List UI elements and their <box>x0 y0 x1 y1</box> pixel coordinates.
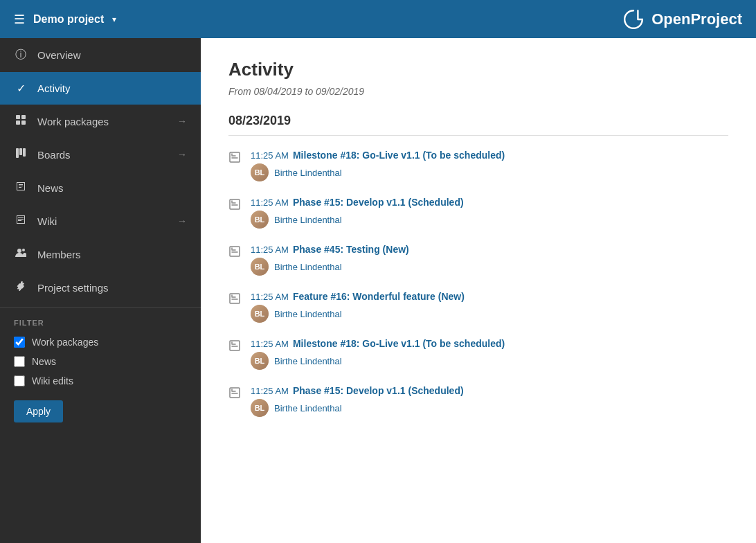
sidebar-item-wiki[interactable]: Wiki → <box>0 204 201 238</box>
activity-type-icon <box>228 292 241 308</box>
activity-line: 11:25 AM Phase #45: Testing (New) <box>251 244 728 255</box>
activity-item: 11:25 AM Milestone #18: Go-Live v1.1 (To… <box>228 150 728 181</box>
svg-rect-2 <box>16 121 20 125</box>
activity-title[interactable]: Feature #16: Wonderful feature (New) <box>293 291 465 302</box>
user-name: Birthe Lindenthal <box>274 215 342 225</box>
apply-button[interactable]: Apply <box>14 400 63 422</box>
sidebar-item-work-packages[interactable]: Work packages → <box>0 105 201 138</box>
filter-news[interactable]: News <box>14 356 187 367</box>
activity-type-icon <box>228 198 241 214</box>
sidebar-label-activity: Activity <box>37 82 187 94</box>
avatar: BL <box>251 305 269 323</box>
avatar-image: BL <box>251 399 269 417</box>
activity-line: 11:25 AM Phase #15: Develop v1.1 (Schedu… <box>251 197 728 208</box>
top-header: ☰ Demo project ▾ OpenProject <box>0 0 756 38</box>
filter-wiki-edits-checkbox[interactable] <box>14 375 25 386</box>
sidebar-item-overview[interactable]: ⓘ Overview <box>0 38 201 72</box>
svg-rect-4 <box>16 148 19 158</box>
activity-item: 11:25 AM Phase #45: Testing (New) BL Bir… <box>228 244 728 276</box>
work-packages-icon <box>14 114 28 128</box>
activity-title[interactable]: Phase #45: Testing (New) <box>293 244 409 255</box>
activity-title[interactable]: Phase #15: Develop v1.1 (Scheduled) <box>293 197 464 208</box>
activities-list: 11:25 AM Milestone #18: Go-Live v1.1 (To… <box>228 150 728 417</box>
activity-title[interactable]: Phase #15: Develop v1.1 (Scheduled) <box>293 385 464 396</box>
activity-user-row: BL Birthe Lindenthal <box>251 305 728 323</box>
sidebar-item-news[interactable]: News <box>0 171 201 204</box>
sidebar-item-boards[interactable]: Boards → <box>0 138 201 171</box>
user-name: Birthe Lindenthal <box>274 309 342 319</box>
activity-type-icon <box>228 386 241 402</box>
svg-rect-14 <box>230 388 240 398</box>
main-area: ⓘ Overview ✓ Activity Work packages → Bo… <box>0 38 756 543</box>
sidebar-label-project-settings: Project settings <box>37 282 187 294</box>
activity-line: 11:25 AM Milestone #18: Go-Live v1.1 (To… <box>251 338 728 349</box>
filter-work-packages[interactable]: Work packages <box>14 337 187 348</box>
activity-item: 11:25 AM Feature #16: Wonderful feature … <box>228 291 728 323</box>
sidebar-item-members[interactable]: Members <box>0 238 201 271</box>
filter-work-packages-label: Work packages <box>32 337 98 348</box>
filter-news-checkbox[interactable] <box>14 356 25 367</box>
avatar: BL <box>251 399 269 417</box>
activity-user-row: BL Birthe Lindenthal <box>251 163 728 181</box>
avatar-image: BL <box>251 352 269 370</box>
boards-arrow-icon: → <box>177 149 187 160</box>
project-settings-icon <box>14 281 28 294</box>
avatar: BL <box>251 163 269 181</box>
sidebar: ⓘ Overview ✓ Activity Work packages → Bo… <box>0 38 201 543</box>
svg-rect-0 <box>16 115 20 119</box>
activity-line: 11:25 AM Phase #15: Develop v1.1 (Schedu… <box>251 385 728 396</box>
avatar: BL <box>251 258 269 276</box>
user-name: Birthe Lindenthal <box>274 403 342 413</box>
wiki-arrow-icon: → <box>177 215 187 226</box>
activity-details: 11:25 AM Phase #15: Develop v1.1 (Schedu… <box>251 197 728 229</box>
activity-type-icon <box>228 151 241 167</box>
logo-text: OpenProject <box>651 10 742 28</box>
filter-wiki-edits[interactable]: Wiki edits <box>14 375 187 386</box>
hamburger-icon[interactable]: ☰ <box>14 12 25 27</box>
sidebar-item-activity[interactable]: ✓ Activity <box>0 72 201 105</box>
activity-time: 11:25 AM <box>251 150 289 161</box>
project-dropdown-icon[interactable]: ▾ <box>112 15 116 24</box>
activity-type-icon <box>228 245 241 261</box>
svg-rect-9 <box>230 152 240 162</box>
date-heading: 08/23/2019 <box>228 114 728 128</box>
sidebar-item-project-settings[interactable]: Project settings <box>0 271 201 304</box>
user-name: Birthe Lindenthal <box>274 356 342 366</box>
activity-title[interactable]: Milestone #18: Go-Live v1.1 (To be sched… <box>293 150 505 161</box>
activity-details: 11:25 AM Feature #16: Wonderful feature … <box>251 291 728 323</box>
avatar-image: BL <box>251 258 269 276</box>
filter-news-label: News <box>32 356 56 367</box>
user-name: Birthe Lindenthal <box>274 262 342 272</box>
sidebar-label-news: News <box>37 182 187 194</box>
filter-title: FILTER <box>14 319 187 327</box>
activity-title[interactable]: Milestone #18: Go-Live v1.1 (To be sched… <box>293 338 505 349</box>
news-icon <box>14 181 28 195</box>
activity-item: 11:25 AM Milestone #18: Go-Live v1.1 (To… <box>228 338 728 370</box>
activity-time: 11:25 AM <box>251 292 289 302</box>
svg-rect-13 <box>230 341 240 350</box>
activity-line: 11:25 AM Feature #16: Wonderful feature … <box>251 291 728 302</box>
activity-time: 11:25 AM <box>251 197 289 208</box>
info-icon: ⓘ <box>14 48 28 62</box>
header-left: ☰ Demo project ▾ <box>14 12 116 27</box>
activity-user-row: BL Birthe Lindenthal <box>251 211 728 229</box>
activity-details: 11:25 AM Milestone #18: Go-Live v1.1 (To… <box>251 150 728 181</box>
activity-details: 11:25 AM Milestone #18: Go-Live v1.1 (To… <box>251 338 728 370</box>
activity-item: 11:25 AM Phase #15: Develop v1.1 (Schedu… <box>228 197 728 229</box>
project-name[interactable]: Demo project <box>33 13 104 26</box>
filter-work-packages-checkbox[interactable] <box>14 337 25 348</box>
wiki-icon <box>14 214 28 228</box>
svg-rect-3 <box>21 121 26 125</box>
work-packages-arrow-icon: → <box>177 116 187 127</box>
activity-time: 11:25 AM <box>251 244 289 255</box>
content-area: Activity From 08/04/2019 to 09/02/2019 0… <box>201 38 756 543</box>
svg-rect-6 <box>23 148 26 157</box>
date-divider <box>228 135 728 136</box>
date-range: From 08/04/2019 to 09/02/2019 <box>228 86 728 97</box>
activity-time: 11:25 AM <box>251 386 289 396</box>
boards-icon <box>14 148 28 161</box>
sidebar-label-members: Members <box>37 249 187 260</box>
svg-point-8 <box>22 249 25 251</box>
svg-rect-10 <box>230 199 240 209</box>
activity-user-row: BL Birthe Lindenthal <box>251 258 728 276</box>
